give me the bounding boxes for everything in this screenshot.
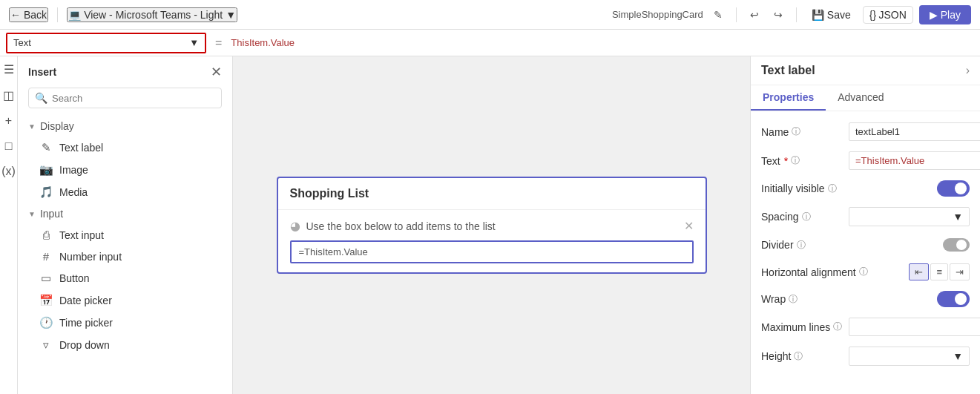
- wrap-info-icon: ⓘ: [789, 293, 798, 306]
- prop-wrap-row: Wrap ⓘ: [751, 286, 980, 312]
- drop-down-item-label: Drop down: [59, 339, 110, 351]
- formula-dropdown[interactable]: Text ▼: [6, 33, 206, 53]
- json-button[interactable]: {} JSON: [863, 6, 913, 24]
- image-icon: 📷: [39, 163, 53, 177]
- props-body: Name ⓘ Text * ⓘ fx Ini: [751, 111, 980, 394]
- card-close-icon[interactable]: ✕: [684, 219, 694, 233]
- divider: [57, 7, 58, 22]
- drag-handle-icon[interactable]: ◕: [290, 219, 300, 233]
- list-item-image[interactable]: 📷 Image: [18, 159, 232, 181]
- divider3: [796, 7, 797, 22]
- name-info-icon: ⓘ: [792, 125, 800, 138]
- pencil-icon: ✎: [714, 9, 723, 21]
- text-input-icon: ⎙: [39, 229, 53, 241]
- sidebar-icons: ☰ ◫ + □ (x): [0, 56, 18, 394]
- number-input-icon: #: [39, 250, 53, 263]
- image-item-label: Image: [59, 164, 88, 176]
- search-input[interactable]: [52, 93, 215, 104]
- insert-close-button[interactable]: ✕: [211, 64, 222, 80]
- view-button[interactable]: 💻 View - Microsoft Teams - Light ▼: [67, 7, 237, 22]
- insert-list: ▼ Display ✎ Text label 📷 Image 🎵 Media ▼…: [18, 116, 232, 362]
- list-item-time-picker[interactable]: 🕐 Time picker: [18, 312, 232, 334]
- date-picker-item-label: Date picker: [59, 295, 112, 306]
- back-button[interactable]: ← Back: [9, 7, 48, 22]
- save-icon: 💾: [812, 9, 824, 21]
- component-icon[interactable]: □: [5, 139, 13, 153]
- tab-advanced[interactable]: Advanced: [826, 85, 895, 111]
- teams-icon: 💻: [68, 9, 81, 21]
- text-field[interactable]: =ThisItem.Value: [290, 240, 694, 263]
- prop-spacing-label: Spacing ⓘ: [761, 211, 843, 223]
- prop-text-row: Text * ⓘ fx: [751, 146, 980, 175]
- prop-name-row: Name ⓘ: [751, 117, 980, 146]
- list-item-button[interactable]: ▭ Button: [18, 267, 232, 289]
- text-value-input[interactable]: [849, 151, 980, 170]
- visible-toggle-track[interactable]: [937, 180, 970, 197]
- prop-halign-row: Horizontal alignment ⓘ ⇤ ≡ ⇥: [751, 258, 980, 286]
- divider-toggle-knob: [956, 240, 967, 250]
- spacing-dropdown[interactable]: ▼: [849, 207, 970, 226]
- redo-button[interactable]: ↪: [769, 6, 787, 24]
- height-dropdown[interactable]: ▼: [849, 347, 970, 366]
- formula-dropdown-value: Text: [13, 37, 31, 48]
- undo-icon: ↩: [750, 9, 759, 21]
- search-box[interactable]: 🔍: [28, 88, 222, 108]
- section-display[interactable]: ▼ Display: [18, 116, 232, 137]
- maxlines-input[interactable]: [849, 318, 980, 336]
- card-instruction: ◕ Use the box below to add items to the …: [290, 219, 694, 233]
- section-input-label: Input: [40, 208, 63, 220]
- top-bar-right: SimpleShoppingCard ✎ ↩ ↪ 💾 Save {} JSON …: [612, 5, 971, 24]
- list-item-date-picker[interactable]: 📅 Date picker: [18, 289, 232, 312]
- wrap-toggle-knob: [955, 293, 967, 305]
- variable-icon[interactable]: (x): [1, 165, 16, 178]
- section-input-arrow-icon: ▼: [28, 210, 36, 218]
- prop-halign-label: Horizontal alignment ⓘ: [761, 266, 868, 278]
- section-display-label: Display: [40, 120, 74, 132]
- time-picker-item-label: Time picker: [59, 317, 113, 329]
- tab-properties[interactable]: Properties: [751, 85, 826, 111]
- prop-maxlines-label: Maximum lines ⓘ: [761, 321, 843, 333]
- align-center-button[interactable]: ≡: [930, 263, 948, 280]
- search-icon: 🔍: [35, 92, 47, 104]
- list-item-text-input[interactable]: ⎙ Text input: [18, 224, 232, 246]
- align-right-button[interactable]: ⇥: [950, 263, 970, 280]
- hamburger-icon[interactable]: ☰: [4, 62, 14, 76]
- props-header: Text label ›: [751, 56, 980, 85]
- spacing-info-icon: ⓘ: [802, 211, 811, 223]
- back-arrow-icon: ←: [10, 9, 21, 21]
- props-forward-icon[interactable]: ›: [966, 64, 970, 77]
- layers-icon[interactable]: ◫: [3, 88, 14, 102]
- top-bar-left: ← Back 💻 View - Microsoft Teams - Light …: [9, 7, 237, 22]
- play-icon: ▶: [930, 9, 938, 21]
- section-input[interactable]: ▼ Input: [18, 203, 232, 224]
- visible-toggle[interactable]: [937, 180, 970, 197]
- divider-toggle-track[interactable]: [943, 238, 970, 252]
- button-icon: ▭: [39, 272, 53, 285]
- plus-icon[interactable]: +: [5, 114, 12, 128]
- insert-panel: Insert ✕ 🔍 ▼ Display ✎ Text label 📷 Imag…: [18, 56, 233, 394]
- halign-info-icon: ⓘ: [859, 266, 868, 278]
- align-left-button[interactable]: ⇤: [909, 263, 929, 280]
- play-label: Play: [941, 9, 961, 21]
- undo-button[interactable]: ↩: [746, 6, 763, 24]
- edit-icon-button[interactable]: ✎: [709, 6, 727, 24]
- list-item-text-label[interactable]: ✎ Text label: [18, 137, 232, 159]
- play-button[interactable]: ▶ Play: [919, 5, 971, 24]
- list-item-number-input[interactable]: # Number input: [18, 246, 232, 267]
- prop-height-row: Height ⓘ ▼: [751, 341, 980, 371]
- top-bar: ← Back 💻 View - Microsoft Teams - Light …: [0, 0, 980, 30]
- divider-toggle[interactable]: [943, 238, 970, 252]
- list-item-drop-down[interactable]: ▿ Drop down: [18, 334, 232, 356]
- visible-info-icon: ⓘ: [828, 183, 837, 195]
- name-input[interactable]: [849, 122, 980, 141]
- formula-chevron-icon: ▼: [189, 37, 199, 48]
- prop-height-label: Height ⓘ: [761, 350, 843, 363]
- save-button[interactable]: 💾 Save: [806, 6, 857, 24]
- chevron-down-icon: ▼: [226, 9, 236, 21]
- height-info-icon: ⓘ: [794, 350, 803, 363]
- list-item-media[interactable]: 🎵 Media: [18, 181, 232, 203]
- wrap-toggle-track[interactable]: [937, 291, 970, 307]
- wrap-toggle[interactable]: [937, 291, 970, 307]
- formula-eq-sign: =: [215, 36, 222, 50]
- height-chevron-icon: ▼: [953, 350, 963, 362]
